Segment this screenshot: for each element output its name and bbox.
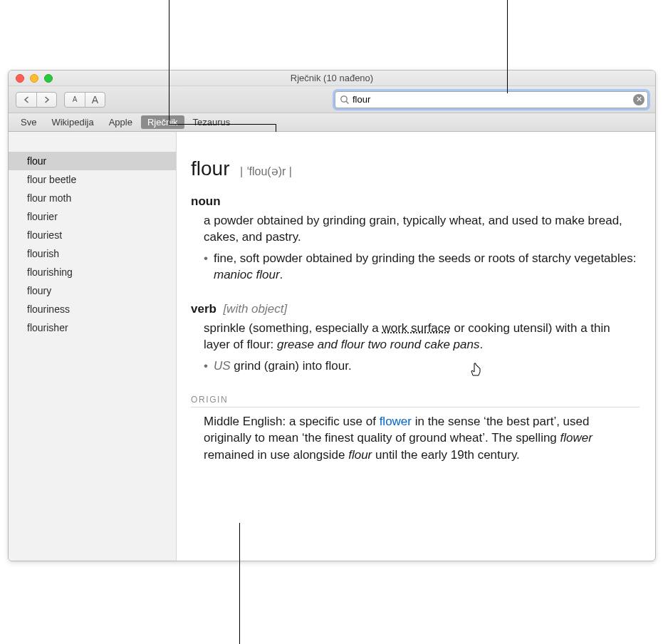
- toolbar: A A ✕: [9, 86, 655, 113]
- pos-verb: verb [with object]: [191, 302, 639, 316]
- back-button[interactable]: [16, 93, 36, 107]
- svg-point-0: [341, 95, 347, 101]
- verb-def: sprinkle (something, especially a work s…: [204, 321, 639, 353]
- tab-thesaurus[interactable]: Tezaurus: [187, 115, 237, 129]
- window-controls: [9, 74, 53, 83]
- origin-text: Middle English: a specific use of flower…: [204, 413, 639, 464]
- search-icon: [340, 95, 350, 105]
- tab-dictionary[interactable]: Rječnik: [141, 115, 184, 129]
- noun-def: a powder obtained by grinding grain, typ…: [204, 213, 639, 246]
- close-icon[interactable]: [16, 74, 24, 83]
- window-body: flour flour beetle flour moth flourier f…: [9, 132, 655, 561]
- pronunciation: | ˈflou(ə)r |: [240, 165, 292, 177]
- headword-line: flour | ˈflou(ə)r |: [191, 157, 639, 180]
- list-item[interactable]: flouriest: [9, 226, 176, 244]
- list-item[interactable]: flouriness: [9, 300, 176, 318]
- search-field[interactable]: ✕: [335, 91, 648, 108]
- origin-label: ORIGIN: [191, 395, 639, 407]
- zoom-icon[interactable]: [44, 74, 53, 83]
- list-item[interactable]: floury: [9, 281, 176, 300]
- text-larger-button[interactable]: A: [85, 93, 105, 107]
- text-smaller-button[interactable]: A: [65, 93, 85, 107]
- verb-subdef: US grind (grain) into flour.: [204, 358, 639, 375]
- dictionary-window: Rječnik (10 nađeno) A A ✕ Sve Wikipedija…: [8, 70, 656, 561]
- search-input[interactable]: [350, 94, 633, 105]
- tab-wikipedia[interactable]: Wikipedija: [45, 115, 100, 129]
- titlebar: Rječnik (10 nađeno): [9, 71, 655, 86]
- forward-button[interactable]: [36, 93, 56, 107]
- noun-subdef: fine, soft powder obtained by grinding t…: [204, 251, 639, 284]
- tab-all[interactable]: Sve: [14, 115, 43, 129]
- minimize-icon[interactable]: [30, 74, 38, 83]
- headword: flour: [191, 157, 229, 180]
- window-title: Rječnik (10 nađeno): [9, 73, 655, 83]
- inline-link[interactable]: work surface: [382, 321, 450, 335]
- list-item[interactable]: flourier: [9, 207, 176, 226]
- list-item[interactable]: flourisher: [9, 318, 176, 337]
- results-sidebar[interactable]: flour flour beetle flour moth flourier f…: [9, 132, 177, 561]
- clear-search-icon[interactable]: ✕: [633, 94, 644, 105]
- list-item[interactable]: flourishing: [9, 263, 176, 281]
- list-item[interactable]: flourish: [9, 244, 176, 263]
- nav-segment: [16, 92, 57, 108]
- list-item[interactable]: flour: [9, 152, 176, 170]
- scope-bar: Sve Wikipedija Apple Rječnik Tezaurus: [9, 113, 655, 132]
- tab-apple[interactable]: Apple: [103, 115, 139, 129]
- list-item[interactable]: flour moth: [9, 189, 176, 207]
- list-item[interactable]: flour beetle: [9, 170, 176, 189]
- origin-link[interactable]: flower: [380, 415, 412, 428]
- definition-pane: flour | ˈflou(ə)r | noun a powder obtain…: [177, 132, 655, 561]
- pos-noun: noun: [191, 194, 639, 209]
- svg-line-1: [346, 101, 348, 103]
- text-size-segment: A A: [64, 92, 105, 108]
